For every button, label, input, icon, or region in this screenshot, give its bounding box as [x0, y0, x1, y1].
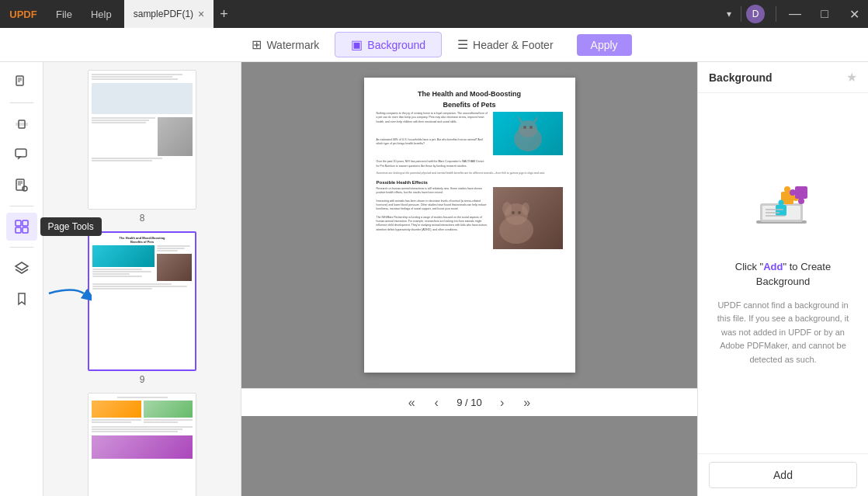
sidebar-icon-edit[interactable] — [6, 172, 37, 199]
pdf-caption: Scientists are looking at the potential … — [377, 172, 563, 175]
thumbnails-panel: 8 The Health and Mood-BoostingBenefits o… — [43, 62, 241, 496]
thumbnail-page-8[interactable]: 8 — [88, 70, 196, 224]
svg-rect-4 — [16, 123, 28, 126]
svg-point-21 — [523, 126, 526, 129]
mini-title-9: The Health and Mood-BoostingBenefits of … — [92, 236, 192, 244]
header-footer-label: Header & Footer — [473, 39, 554, 51]
avatar[interactable]: D — [746, 5, 765, 23]
svg-marker-19 — [517, 115, 523, 123]
right-panel-body: Click "Add" to Create Background UPDF ca… — [698, 93, 868, 453]
tab-header-footer[interactable]: ☰ Header & Footer — [442, 33, 569, 57]
dogs-svg — [493, 187, 540, 249]
right-panel-cta-text: Click "Add" to Create Background — [713, 259, 852, 290]
cta-bold: Add — [763, 261, 783, 272]
tab-bar: samplePDF(1) × + — [124, 0, 722, 28]
thumbnail-num-8: 8 — [140, 213, 145, 224]
svg-rect-12 — [16, 220, 21, 226]
header-footer-icon: ☰ — [457, 37, 468, 52]
maximize-button[interactable]: □ — [811, 0, 838, 28]
menu-help[interactable]: Help — [82, 0, 121, 28]
svg-rect-38 — [776, 205, 786, 216]
watermark-icon: ⊞ — [252, 37, 262, 52]
svg-marker-20 — [533, 115, 539, 123]
menu-bar: File Help — [47, 0, 121, 28]
svg-rect-13 — [23, 220, 28, 226]
pdf-intro-text-col: Nothing compares to the joy of coming ho… — [377, 112, 488, 168]
cta-pre: Click " — [735, 261, 763, 272]
thumbnail-img-8 — [88, 70, 196, 210]
dropdown-icon[interactable]: ▾ — [722, 9, 736, 19]
tab-sample-pdf[interactable]: samplePDF(1) × — [124, 0, 214, 28]
left-sidebar: Page Tools — [0, 62, 43, 496]
sidebar-divider-2 — [10, 206, 33, 206]
svg-rect-6 — [16, 149, 26, 157]
pdf-intro-section: Nothing compares to the joy of coming ho… — [377, 112, 563, 168]
sidebar-icon-bookmark[interactable] — [6, 285, 37, 313]
right-panel-footer: Add — [698, 453, 868, 496]
pdf-dogs-image — [493, 187, 563, 249]
puzzle-illustration — [741, 180, 826, 250]
main-area: Page Tools — [0, 62, 868, 496]
thumbnail-content-9: The Health and Mood-BoostingBenefits of … — [89, 233, 195, 369]
apply-button[interactable]: Apply — [577, 34, 632, 56]
sidebar-icon-page-tools[interactable]: Page Tools — [6, 213, 37, 241]
tab-add-button[interactable]: + — [214, 6, 234, 23]
svg-point-25 — [502, 202, 512, 216]
separator — [741, 6, 741, 22]
thumbnail-page-9[interactable]: The Health and Mood-BoostingBenefits of … — [88, 231, 196, 385]
tab-background[interactable]: ▣ Background — [335, 32, 442, 57]
right-panel: Background ★ — [697, 62, 868, 496]
sidebar-icon-layers[interactable] — [6, 254, 37, 282]
thumbnail-content-10 — [89, 394, 196, 496]
svg-point-11 — [23, 186, 27, 191]
nav-next-button[interactable]: › — [491, 392, 513, 414]
sidebar-icon-highlight[interactable] — [6, 109, 37, 137]
svg-point-26 — [522, 203, 529, 215]
pdf-cat-image — [493, 112, 563, 155]
pdf-cat-image-container — [493, 112, 563, 168]
svg-point-36 — [798, 198, 804, 204]
watermark-label: Watermark — [266, 39, 319, 51]
window-controls: ▾ D — □ ✕ — [722, 0, 868, 28]
pdf-bottom-section: Research on human-animal interactions is… — [377, 187, 563, 249]
sidebar-icon-read[interactable] — [6, 68, 37, 96]
svg-rect-14 — [16, 227, 21, 233]
close-button[interactable]: ✕ — [840, 0, 868, 28]
minimize-button[interactable]: — — [781, 0, 809, 28]
right-panel-star-icon[interactable]: ★ — [846, 70, 857, 85]
background-icon: ▣ — [351, 37, 363, 52]
pdf-intro-text3: Over the past 10 years, NIH has partnere… — [377, 160, 488, 168]
cat-svg — [505, 112, 551, 155]
sidebar-divider-3 — [10, 247, 33, 248]
svg-point-27 — [512, 211, 515, 214]
thumbnail-img-9: The Health and Mood-BoostingBenefits of … — [88, 231, 196, 371]
app-logo: UPDF — [0, 9, 47, 20]
thumbnail-page-10[interactable]: 10 — [88, 393, 196, 496]
sidebar-icon-comment[interactable] — [6, 140, 37, 168]
thumbnail-num-9: 9 — [140, 374, 145, 385]
background-label: Background — [367, 39, 425, 51]
nav-prev-button[interactable]: ‹ — [425, 392, 447, 414]
right-panel-description: UPDF cannot find a background in this fi… — [713, 299, 852, 367]
tab-watermark[interactable]: ⊞ Watermark — [236, 33, 335, 57]
svg-point-37 — [790, 189, 796, 196]
separator2 — [776, 6, 776, 22]
sidebar-divider-1 — [10, 102, 33, 103]
menu-file[interactable]: File — [47, 0, 82, 28]
pdf-intro-text2: An estimated 68% of U.S. households have… — [377, 138, 488, 147]
page-indicator: 9 / 10 — [450, 397, 488, 408]
pdf-section-text: Research on human-animal interactions is… — [377, 187, 488, 249]
add-background-button[interactable]: Add — [709, 462, 857, 488]
svg-rect-0 — [16, 76, 23, 85]
svg-rect-15 — [23, 227, 28, 233]
pdf-view[interactable]: The Health and Mood-Boosting Benefits of… — [241, 62, 697, 496]
tab-label: samplePDF(1) — [134, 9, 193, 19]
right-panel-header: Background ★ — [698, 62, 868, 93]
svg-rect-35 — [795, 186, 807, 199]
svg-point-33 — [784, 186, 790, 193]
right-panel-title: Background — [709, 71, 773, 84]
tab-close-icon[interactable]: × — [198, 8, 204, 20]
svg-point-39 — [778, 199, 783, 205]
nav-last-button[interactable]: » — [516, 392, 538, 414]
nav-first-button[interactable]: « — [401, 392, 422, 414]
